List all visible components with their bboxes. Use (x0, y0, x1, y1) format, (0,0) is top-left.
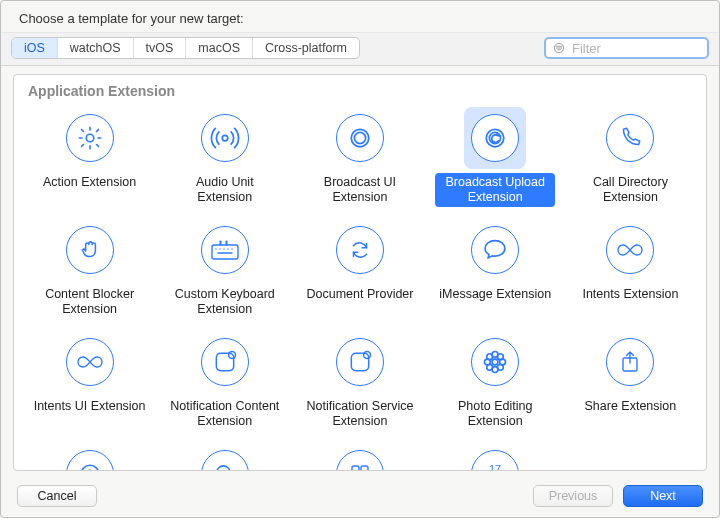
tab-cross[interactable]: Cross-platform (253, 38, 359, 58)
broadcast-icon (194, 107, 256, 169)
template-placeholder-2[interactable] (157, 439, 292, 471)
filter-field[interactable] (544, 37, 709, 59)
svg-point-32 (217, 466, 230, 471)
svg-text:17: 17 (489, 463, 501, 471)
section-header: Application Extension (14, 75, 706, 103)
svg-point-5 (222, 135, 228, 141)
template-label: Notification Service Extension (300, 397, 420, 431)
template-broadcast-upload-extension[interactable]: Broadcast Upload Extension (428, 103, 563, 209)
toolbar: iOSwatchOStvOSmacOSCross-platform (1, 32, 719, 66)
template-audio-unit-extension[interactable]: Audio Unit Extension (157, 103, 292, 209)
at-icon (59, 443, 121, 471)
template-label: Intents Extension (570, 285, 690, 315)
svg-point-21 (492, 359, 498, 365)
template-call-directory-extension[interactable]: Call Directory Extension (563, 103, 698, 209)
template-intents-ui-extension[interactable]: Intents UI Extension (22, 327, 157, 433)
keyboard-icon (194, 219, 256, 281)
template-share-extension[interactable]: Share Extension (563, 327, 698, 433)
square-dot-icon (194, 331, 256, 393)
template-intents-extension[interactable]: Intents Extension (563, 215, 698, 321)
new-target-sheet: Choose a template for your new target: i… (0, 0, 720, 518)
svg-point-4 (86, 134, 93, 141)
gear-icon (59, 107, 121, 169)
tab-tv[interactable]: tvOS (134, 38, 187, 58)
svg-point-27 (498, 354, 504, 360)
template-label: Document Provider (300, 285, 420, 315)
template-label: iMessage Extension (435, 285, 555, 315)
calendar-icon: 17 (464, 443, 526, 471)
template-label: Broadcast UI Extension (300, 173, 420, 207)
svg-rect-10 (212, 245, 238, 259)
grid-icon (329, 443, 391, 471)
layers-icon (329, 107, 391, 169)
template-list: Application Extension Action Extension A… (13, 74, 707, 471)
magnifier-icon (194, 443, 256, 471)
prompt-text: Choose a template for your new target: (1, 1, 719, 32)
infinity-icon (599, 219, 661, 281)
template-label: Action Extension (30, 173, 150, 203)
template-action-extension[interactable]: Action Extension (22, 103, 157, 209)
template-label: Intents UI Extension (30, 397, 150, 427)
bubble-icon (464, 219, 526, 281)
svg-point-31 (86, 470, 93, 471)
flower-icon (464, 331, 526, 393)
infinity-icon (59, 331, 121, 393)
template-broadcast-ui-extension[interactable]: Broadcast UI Extension (292, 103, 427, 209)
filter-input[interactable] (570, 40, 701, 57)
layers-sync-icon (464, 107, 526, 169)
phone-icon (599, 107, 661, 169)
template-label: Call Directory Extension (570, 173, 690, 207)
platform-tabs: iOSwatchOStvOSmacOSCross-platform (11, 37, 360, 59)
cancel-button[interactable]: Cancel (17, 485, 97, 507)
template-label: Share Extension (570, 397, 690, 427)
template-grid: Action Extension Audio Unit Extension Br… (14, 103, 706, 471)
hand-icon (59, 219, 121, 281)
template-label: Notification Content Extension (165, 397, 285, 431)
cycle-icon (329, 219, 391, 281)
next-button[interactable]: Next (623, 485, 703, 507)
svg-point-28 (487, 364, 493, 370)
svg-rect-35 (361, 466, 368, 471)
template-document-provider[interactable]: Document Provider (292, 215, 427, 321)
template-imessage-extension[interactable]: iMessage Extension (428, 215, 563, 321)
template-notification-service-ext[interactable]: Notification Service Extension (292, 327, 427, 433)
template-content-blocker-extension[interactable]: Content Blocker Extension (22, 215, 157, 321)
filter-icon (552, 41, 566, 55)
template-label: Custom Keyboard Extension (165, 285, 285, 319)
tab-ios[interactable]: iOS (12, 38, 58, 58)
template-label: Broadcast Upload Extension (435, 173, 555, 207)
footer: Cancel Previous Next (1, 477, 719, 517)
previous-button: Previous (533, 485, 613, 507)
tab-mac[interactable]: macOS (186, 38, 253, 58)
template-notification-content-ext[interactable]: Notification Content Extension (157, 327, 292, 433)
template-photo-editing-extension[interactable]: Photo Editing Extension (428, 327, 563, 433)
svg-rect-19 (351, 353, 368, 370)
tab-watch[interactable]: watchOS (58, 38, 134, 58)
svg-rect-34 (352, 466, 359, 471)
template-label: Photo Editing Extension (435, 397, 555, 431)
svg-point-29 (498, 364, 504, 370)
svg-rect-17 (216, 353, 233, 370)
template-placeholder-4[interactable]: 17 (428, 439, 563, 471)
svg-rect-7 (354, 132, 365, 143)
template-placeholder-1[interactable] (22, 439, 157, 471)
template-label: Content Blocker Extension (30, 285, 150, 319)
template-label: Audio Unit Extension (165, 173, 285, 207)
share-icon (599, 331, 661, 393)
square-dot-icon (329, 331, 391, 393)
template-custom-keyboard-extension[interactable]: Custom Keyboard Extension (157, 215, 292, 321)
template-placeholder-3[interactable] (292, 439, 427, 471)
svg-point-26 (487, 354, 493, 360)
